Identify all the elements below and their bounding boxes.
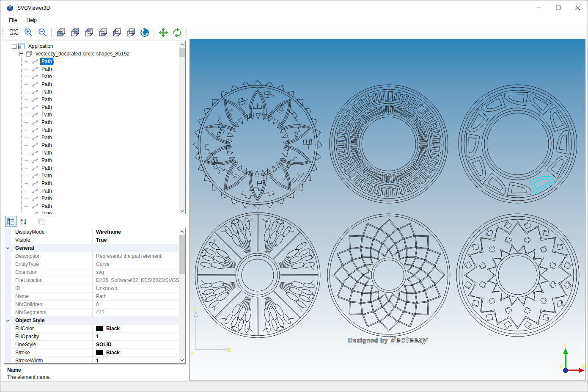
tree-node-path[interactable]: Path	[4, 134, 179, 141]
view-left-cube-button[interactable]	[110, 26, 124, 39]
property-row[interactable]: EntityTypeCurve	[4, 260, 179, 268]
zoom-window-button[interactable]	[7, 26, 21, 39]
view-left-cube-icon	[112, 28, 122, 38]
scroll-down-icon[interactable]	[179, 357, 185, 363]
tree-node-path[interactable]: Path	[4, 65, 179, 73]
chevron-down-icon	[6, 247, 9, 249]
collapse-icon[interactable]	[19, 52, 24, 56]
tree-connector	[14, 48, 14, 52]
mandala-triangle-ring[interactable]	[459, 85, 577, 203]
pan-button[interactable]	[156, 26, 170, 39]
property-scrollbar[interactable]	[179, 228, 185, 363]
property-value: Represents the path element.	[96, 253, 162, 259]
scroll-down-icon[interactable]	[179, 207, 185, 214]
property-row[interactable]: StrokeBlack	[4, 349, 179, 357]
viewport-3d[interactable]: Designed by VecteezyYZXYXZ	[190, 39, 585, 381]
view-isometric-button[interactable]	[137, 26, 151, 39]
toolbar-grip[interactable]	[3, 28, 5, 37]
mandala-star-crown[interactable]	[456, 214, 579, 337]
mandala-comb-rings[interactable]	[330, 85, 448, 203]
tree-node-path[interactable]: Path	[4, 157, 179, 164]
tree-scrollbar[interactable]	[179, 41, 185, 214]
collapse-icon[interactable]	[12, 44, 16, 49]
property-row[interactable]: Extensionsvg	[4, 268, 179, 276]
property-value: 442	[96, 309, 104, 315]
viewport-canvas[interactable]: Designed by VecteezyYZXYXZ	[190, 39, 585, 381]
property-row[interactable]: FillColorBlack	[4, 325, 179, 333]
categorized-button[interactable]	[5, 216, 16, 227]
triad-label-x: X	[582, 363, 585, 369]
property-row[interactable]: NamePath	[4, 293, 179, 301]
mandala-zigzag-mandala[interactable]	[327, 214, 450, 337]
view-right-cube-button[interactable]	[124, 26, 137, 39]
tree-node-path[interactable]: Path	[4, 195, 179, 202]
property-name: LineStyle	[11, 342, 92, 348]
property-row[interactable]: NbrSegments442	[4, 309, 179, 317]
zoom-in-button[interactable]	[21, 26, 35, 39]
tree-node-path[interactable]: Path	[4, 141, 179, 149]
scroll-up-icon[interactable]	[179, 228, 185, 235]
tree-node-path[interactable]: Path	[4, 103, 179, 111]
tree-node-document[interactable]: vecteezy_decorated-circle-shapes_85192	[4, 50, 179, 58]
tree-node-path[interactable]: Path	[4, 164, 179, 172]
view-back-cube-button[interactable]	[68, 26, 82, 39]
close-button[interactable]	[568, 1, 587, 15]
property-name: NbrChildren	[11, 301, 92, 307]
minimize-button[interactable]	[529, 1, 548, 15]
property-value: Path	[96, 293, 107, 299]
property-row[interactable]: DescriptionRepresents the path element.	[4, 252, 179, 260]
property-description: Name The element name.	[4, 364, 186, 382]
tree-node-path[interactable]: Path	[4, 111, 179, 119]
tree-node-label: Path	[40, 119, 53, 126]
view-top-cube-button[interactable]	[82, 26, 96, 39]
tree-node-label: Path	[40, 81, 53, 88]
property-row[interactable]: LineStyleSOLID	[4, 341, 179, 349]
property-row[interactable]: FillOpacity1	[4, 333, 179, 341]
tree-node-path[interactable]: Path	[4, 73, 179, 80]
tree-node-path[interactable]: Path	[4, 80, 179, 88]
chevron-down-icon	[6, 320, 9, 322]
orbit-button[interactable]	[170, 26, 184, 39]
view-bottom-cube-button[interactable]	[96, 26, 110, 39]
tree-node-path[interactable]: Path	[4, 96, 179, 103]
mandala-floral-wheel[interactable]	[195, 213, 320, 338]
tree-scroll-thumb[interactable]	[179, 48, 185, 57]
menu-help[interactable]: Help	[22, 16, 41, 25]
pan-icon	[158, 28, 168, 38]
property-row[interactable]: VisibleTrue	[4, 236, 179, 244]
property-row[interactable]: FileLocationD:\06_Software\02_KES\2023\S…	[4, 276, 179, 284]
tree-node-path[interactable]: Path	[4, 58, 179, 65]
view-front-cube-button[interactable]	[54, 26, 68, 39]
tree-node-path[interactable]: Path	[4, 187, 179, 195]
maximize-button[interactable]	[548, 1, 568, 15]
property-name: ID	[11, 285, 92, 291]
orientation-triad: YXZ	[560, 342, 585, 373]
property-row[interactable]: IDUnknown	[4, 284, 179, 293]
menu-file[interactable]: File	[4, 16, 22, 25]
tree-node-path[interactable]: Path	[4, 172, 179, 179]
tree-node-path[interactable]: Path	[4, 126, 179, 134]
close-icon	[575, 6, 580, 10]
alphabetical-button[interactable]: A Z	[18, 216, 29, 227]
tree-node-path[interactable]: Path	[4, 179, 179, 187]
tree-node-path[interactable]: Path	[4, 210, 179, 214]
property-row[interactable]: NbrChildren0	[4, 301, 179, 309]
scroll-up-icon[interactable]	[179, 41, 185, 47]
tree-node-path[interactable]: Path	[4, 202, 179, 210]
tree-node-label: Path	[40, 66, 53, 72]
property-pages-button[interactable]	[36, 216, 47, 227]
mandala-sun-maze[interactable]	[193, 80, 322, 209]
tree-node-path[interactable]: Path	[4, 88, 179, 96]
category-row[interactable]: General	[4, 244, 179, 252]
property-row[interactable]: DisplayModeWireframe	[4, 228, 179, 236]
tree-node-application[interactable]: Application	[4, 42, 179, 50]
zoom-out-button[interactable]	[35, 26, 49, 39]
tree-node-path[interactable]: Path	[4, 119, 179, 126]
property-row[interactable]: StrokeWidth1	[4, 357, 179, 363]
tree-node-path[interactable]: Path	[4, 149, 179, 157]
property-scroll-thumb[interactable]	[179, 235, 185, 274]
property-value: Black	[106, 326, 120, 331]
category-row[interactable]: Object Style	[4, 317, 179, 325]
watermark-text: Designed by Vecteezy	[348, 335, 428, 344]
property-value: svg	[96, 269, 104, 275]
